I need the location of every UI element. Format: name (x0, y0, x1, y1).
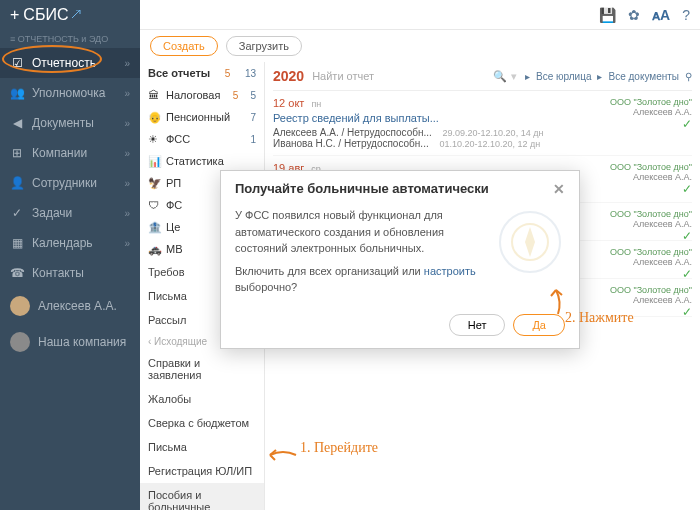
font-icon[interactable]: ᴀА (652, 7, 670, 23)
sidebar-label: Задачи (32, 206, 72, 220)
fss-logo-icon (495, 207, 565, 277)
load-button[interactable]: Загрузить (226, 36, 302, 56)
users-icon: 👥 (10, 86, 24, 100)
checkbox-icon: ☑ (10, 56, 24, 70)
company-label: ООО "Золотое дно" (592, 285, 692, 295)
report-row-stats[interactable]: 📊 Статистика (140, 150, 264, 172)
all-reports-row[interactable]: Все отчеты 5 13 (140, 62, 264, 84)
filter-chevron-icon: ▸ (597, 71, 602, 82)
check-icon: ✓ (592, 229, 692, 243)
chevron-right-icon: » (124, 238, 130, 249)
report-row-tax[interactable]: 🏛 Налоговая 5 5 (140, 84, 264, 106)
sidebar-label: Уполномочка (32, 86, 105, 100)
sidebar-item-tasks[interactable]: ✓ Задачи » (0, 198, 140, 228)
outgoing-benefits[interactable]: Пособия и больничные (140, 483, 264, 510)
person-label: Алексеев А.А. (592, 107, 692, 117)
chevron-right-icon: » (124, 118, 130, 129)
hamburger-menu[interactable]: ≡ ОТЧЕТНОСТЬ и ЭДО (0, 30, 140, 48)
check-icon: ✓ (592, 267, 692, 281)
create-button[interactable]: Создать (150, 36, 218, 56)
logo[interactable]: + СБИС (0, 0, 140, 30)
sidebar-label: Отчетность (32, 56, 96, 70)
sidebar-item-employees[interactable]: 👤 Сотрудники » (0, 168, 140, 198)
day-label: пн (311, 99, 321, 109)
search-input[interactable]: Найти отчет 🔍 ▾ (312, 70, 517, 83)
chevron-right-icon: » (124, 58, 130, 69)
current-user[interactable]: Алексеев А.А. (0, 288, 140, 324)
gear-icon[interactable]: ✿ (628, 7, 640, 23)
save-icon[interactable]: 💾 (599, 7, 616, 23)
pension-icon: 👴 (148, 111, 160, 123)
mv-icon: 🚓 (148, 243, 160, 255)
check-icon: ✓ (592, 117, 692, 131)
sidebar-item-reports[interactable]: ☑ Отчетность » (0, 48, 140, 78)
sidebar-item-documents[interactable]: ◀ Документы » (0, 108, 140, 138)
logo-arrow-icon (72, 10, 82, 20)
company-label: ООО "Золотое дно" (592, 162, 692, 172)
dropdown-icon[interactable]: ▾ (511, 70, 517, 83)
search-placeholder: Найти отчет (312, 70, 374, 82)
check-icon: ✓ (592, 182, 692, 196)
report-row-fss[interactable]: ☀ ФСС 1 (140, 128, 264, 150)
modal-dialog: Получайте больничные автоматически ✕ У Ф… (220, 170, 580, 349)
yes-button[interactable]: Да (513, 314, 565, 336)
sidebar-label: Сотрудники (32, 176, 97, 190)
rp-icon: 🦅 (148, 177, 160, 189)
sidebar: + СБИС ≡ ОТЧЕТНОСТЬ и ЭДО ☑ Отчетность »… (0, 0, 140, 510)
toolbar: Создать Загрузить (140, 30, 700, 62)
sidebar-label: Документы (32, 116, 94, 130)
check-icon: ✓ (592, 305, 692, 319)
current-company[interactable]: Наша компания (0, 324, 140, 360)
filter-all-legal[interactable]: Все юрлица (536, 71, 591, 82)
topbar: 💾 ✿ ᴀА ? (140, 0, 700, 30)
company-name: Наша компания (38, 335, 126, 349)
outgoing-certificates[interactable]: Справки и заявления (140, 351, 264, 387)
logo-plus-icon: + (10, 6, 19, 24)
person-label: Алексеев А.А. (592, 172, 692, 182)
outgoing-budget[interactable]: Сверка с бюджетом (140, 411, 264, 435)
check-icon: ✓ (10, 206, 24, 220)
document-block: 12 окт пн Реестр сведений для выплаты...… (273, 91, 692, 156)
modal-text-2: Включить для всех организаций или настро… (235, 263, 485, 296)
no-button[interactable]: Нет (449, 314, 506, 336)
outgoing-complaints[interactable]: Жалобы (140, 387, 264, 411)
user-name: Алексеев А.А. (38, 299, 117, 313)
modal-text-1: У ФСС появился новый функционал для авто… (235, 207, 485, 257)
sidebar-label: Календарь (32, 236, 93, 250)
person-label: Алексеев А.А. (592, 219, 692, 229)
date-label: 12 окт (273, 97, 304, 109)
person-label: Алексеев А.А. (592, 295, 692, 305)
ce-icon: 🏦 (148, 221, 160, 233)
person-label: Алексеев А.А. (592, 257, 692, 267)
year-selector[interactable]: 2020 (273, 68, 304, 84)
document-line: Алексеев А.А. / Нетрудоспособн... 29.09.… (273, 127, 592, 138)
sidebar-label: Контакты (32, 266, 84, 280)
logo-text: СБИС (23, 6, 68, 24)
sidebar-item-authorization[interactable]: 👥 Уполномочка » (0, 78, 140, 108)
filter-all-docs[interactable]: Все документы (608, 71, 679, 82)
search-icon[interactable]: 🔍 (493, 70, 507, 83)
stats-icon: 📊 (148, 155, 160, 167)
question-icon[interactable]: ? (682, 7, 690, 23)
report-row-pension[interactable]: 👴 Пенсионный 7 (140, 106, 264, 128)
phone-icon: ☎ (10, 266, 24, 280)
tax-icon: 🏛 (148, 89, 160, 101)
filter-icon[interactable]: ⚲ (685, 71, 692, 82)
sidebar-item-companies[interactable]: ⊞ Компании » (0, 138, 140, 168)
outgoing-letters[interactable]: Письма (140, 435, 264, 459)
fs-icon: 🛡 (148, 199, 160, 211)
chevron-right-icon: » (124, 178, 130, 189)
company-icon (10, 332, 30, 352)
avatar (10, 296, 30, 316)
fss-icon: ☀ (148, 133, 160, 145)
close-icon[interactable]: ✕ (553, 181, 565, 197)
building-icon: ⊞ (10, 146, 24, 160)
sidebar-item-calendar[interactable]: ▦ Календарь » (0, 228, 140, 258)
sidebar-label: Компании (32, 146, 87, 160)
outgoing-registration[interactable]: Регистрация ЮЛ/ИП (140, 459, 264, 483)
chevron-right-icon: » (124, 148, 130, 159)
document-title[interactable]: Реестр сведений для выплаты... (273, 112, 592, 124)
sidebar-item-contacts[interactable]: ☎ Контакты (0, 258, 140, 288)
configure-link[interactable]: настроить (424, 265, 476, 277)
send-icon: ◀ (10, 116, 24, 130)
